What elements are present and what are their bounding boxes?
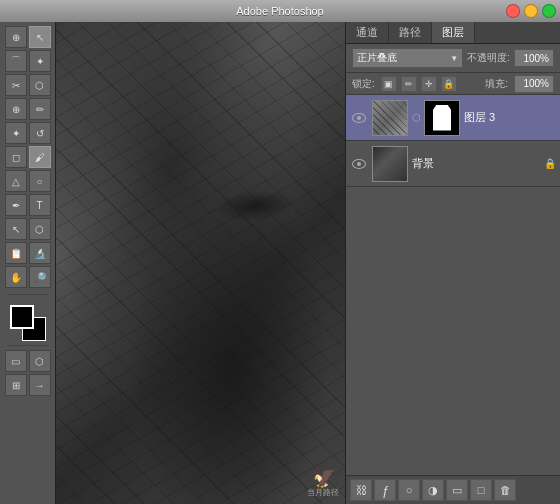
background-eye-icon <box>352 159 366 169</box>
tab-paths[interactable]: 路径 <box>389 22 432 43</box>
layer3-thumb-img <box>373 101 407 135</box>
tool-standard-mode[interactable]: ▭ <box>5 350 27 372</box>
watermark-text: 当月路径 <box>307 487 339 498</box>
fill-label: 填充: <box>485 77 508 91</box>
tool-row-screen: ⊞ → <box>5 374 51 396</box>
watermark-icon: 🦅 <box>311 467 336 487</box>
blend-opacity-row: 正片叠底 ▼ 不透明度: 100% <box>346 44 560 73</box>
tool-healing[interactable]: ⊕ <box>5 98 27 120</box>
tool-row-8: ✒ T <box>5 194 51 216</box>
foreground-color-swatch[interactable] <box>10 305 34 329</box>
tool-marquee[interactable]: ⊕ <box>5 26 27 48</box>
tool-shape[interactable]: ⬡ <box>29 218 51 240</box>
lock-image-pixels[interactable]: ✏ <box>401 76 417 92</box>
lock-icons: ▣ ✏ ✛ 🔒 <box>381 76 457 92</box>
opacity-label: 不透明度: <box>467 51 510 65</box>
tool-brush[interactable]: ✏ <box>29 98 51 120</box>
tool-cs[interactable]: → <box>29 374 51 396</box>
tool-magic-wand[interactable]: ✦ <box>29 50 51 72</box>
layer-item-background[interactable]: 背景 🔒 <box>346 141 560 187</box>
maximize-button[interactable] <box>542 4 556 18</box>
background-name: 背景 <box>412 156 540 171</box>
new-adjustment-button[interactable]: ◑ <box>422 479 444 501</box>
layer3-visibility[interactable] <box>350 109 368 127</box>
tool-row-2: ⌒ ✦ <box>5 50 51 72</box>
tool-path-select[interactable]: ↖ <box>5 218 27 240</box>
mask-shape <box>433 105 451 131</box>
layer3-chain: ⬡ <box>412 112 420 123</box>
fill-value[interactable]: 100% <box>514 75 554 93</box>
crack-overlay <box>56 22 345 504</box>
tool-notes[interactable]: 📋 <box>5 242 27 264</box>
tool-screen-mode[interactable]: ⊞ <box>5 374 27 396</box>
title-bar-text: Adobe Photoshop <box>236 5 323 17</box>
tab-layers[interactable]: 图层 <box>432 22 475 43</box>
layers-list: ⬡ 图层 3 背景 <box>346 95 560 475</box>
tool-row-10: 📋 🔬 <box>5 242 51 264</box>
tool-pen[interactable]: ✒ <box>5 194 27 216</box>
tool-dodge[interactable]: ○ <box>29 170 51 192</box>
tool-row-11: ✋ 🔎 <box>5 266 51 288</box>
canvas-area: 🦅 当月路径 <box>56 22 345 504</box>
layer3-eye-icon <box>352 113 366 123</box>
layer3-mask-img <box>425 101 459 135</box>
delete-layer-button[interactable]: 🗑 <box>494 479 516 501</box>
tool-lasso[interactable]: ⌒ <box>5 50 27 72</box>
lock-all[interactable]: 🔒 <box>441 76 457 92</box>
background-lock-icon: 🔒 <box>544 157 556 171</box>
layer3-thumbnail <box>372 100 408 136</box>
tool-eyedropper[interactable]: 🔬 <box>29 242 51 264</box>
panel-tabs: 通道 路径 图层 <box>346 22 560 44</box>
tool-type[interactable]: T <box>29 194 51 216</box>
blend-mode-select[interactable]: 正片叠底 ▼ <box>352 48 463 68</box>
tool-crop[interactable]: ✂ <box>5 74 27 96</box>
tool-history-brush[interactable]: ↺ <box>29 122 51 144</box>
tool-separator-1 <box>8 294 48 295</box>
close-button[interactable] <box>506 4 520 18</box>
tool-blur[interactable]: △ <box>5 170 27 192</box>
canvas-image[interactable]: 🦅 当月路径 <box>56 22 345 504</box>
minimize-button[interactable] <box>524 4 538 18</box>
tool-row-4: ⊕ ✏ <box>5 98 51 120</box>
right-panel: 通道 路径 图层 正片叠底 ▼ 不透明度: 100% <box>345 22 560 504</box>
tool-row-3: ✂ ⬡ <box>5 74 51 96</box>
watermark: 🦅 当月路径 <box>307 467 339 498</box>
panel-bottom-toolbar: ⛓ ƒ ○ ◑ ▭ □ 🗑 <box>346 475 560 504</box>
window-controls <box>506 4 556 18</box>
tool-hand[interactable]: ✋ <box>5 266 27 288</box>
lock-transparent-pixels[interactable]: ▣ <box>381 76 397 92</box>
color-swatches[interactable] <box>10 305 46 341</box>
tool-slice[interactable]: ⬡ <box>29 74 51 96</box>
layer3-name: 图层 3 <box>464 110 556 125</box>
lock-label: 锁定: <box>352 77 375 91</box>
layer3-mask-thumbnail <box>424 100 460 136</box>
tab-channels[interactable]: 通道 <box>346 22 389 43</box>
background-thumbnail <box>372 146 408 182</box>
background-visibility[interactable] <box>350 155 368 173</box>
tool-row-5: ✦ ↺ <box>5 122 51 144</box>
tool-row-6: ◻ 🖌 <box>5 146 51 168</box>
tool-quick-mask[interactable]: ⬡ <box>29 350 51 372</box>
lock-fill-row: 锁定: ▣ ✏ ✛ 🔒 填充: 100% <box>346 73 560 95</box>
layers-panel: 正片叠底 ▼ 不透明度: 100% 锁定: ▣ ✏ ✛ 🔒 填充: <box>346 44 560 504</box>
opacity-value[interactable]: 100% <box>514 49 554 67</box>
new-group-button[interactable]: ▭ <box>446 479 468 501</box>
tool-row-7: △ ○ <box>5 170 51 192</box>
tool-move[interactable]: ↖ <box>29 26 51 48</box>
add-mask-button[interactable]: ○ <box>398 479 420 501</box>
tool-clone[interactable]: ✦ <box>5 122 27 144</box>
tool-row-mask: ▭ ⬡ <box>5 350 51 372</box>
tool-eraser[interactable]: ◻ <box>5 146 27 168</box>
background-thumb-img <box>373 147 407 181</box>
tool-row-1: ⊕ ↖ <box>5 26 51 48</box>
layer-item-layer3[interactable]: ⬡ 图层 3 <box>346 95 560 141</box>
new-layer-button[interactable]: □ <box>470 479 492 501</box>
tool-row-9: ↖ ⬡ <box>5 218 51 240</box>
lock-position[interactable]: ✛ <box>421 76 437 92</box>
tool-zoom[interactable]: 🔎 <box>29 266 51 288</box>
link-layers-button[interactable]: ⛓ <box>350 479 372 501</box>
toolbar: ⊕ ↖ ⌒ ✦ ✂ ⬡ ⊕ ✏ ✦ ↺ ◻ 🖌 △ ○ ✒ T <box>0 22 56 504</box>
tool-paint-bucket[interactable]: 🖌 <box>29 146 51 168</box>
blend-mode-arrow: ▼ <box>450 54 458 63</box>
add-fx-button[interactable]: ƒ <box>374 479 396 501</box>
